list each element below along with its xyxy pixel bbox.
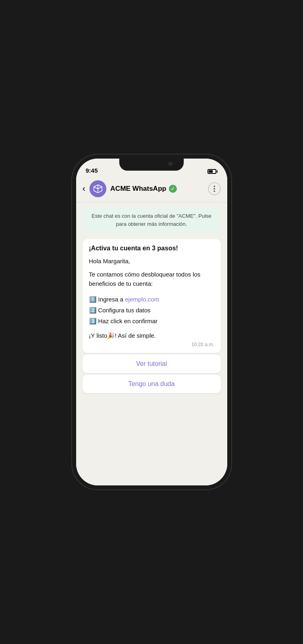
avatar xyxy=(89,180,106,197)
step-1: 1️⃣ Ingresa a ejemplo.com xyxy=(89,294,214,305)
message-bubble: ¡Activa tu cuenta en 3 pasos! Hola Marga… xyxy=(83,239,221,353)
official-notice-text: Este chat es con la cuenta oficial de "A… xyxy=(91,213,212,227)
step-3-number: 3️⃣ xyxy=(89,316,97,326)
menu-button[interactable] xyxy=(208,182,221,195)
step-2-number: 2️⃣ xyxy=(89,305,97,316)
message-greeting: Hola Margarita, xyxy=(89,258,214,264)
notch xyxy=(119,159,184,171)
step-3-text: Haz click en confirmar xyxy=(98,316,158,326)
battery-fill xyxy=(209,170,213,173)
back-button[interactable]: ‹ xyxy=(83,184,85,193)
message-time: 10:20 a.m. xyxy=(89,342,214,347)
battery-icon xyxy=(208,169,218,174)
step-2-text: Configura tus datos xyxy=(98,305,151,316)
verified-badge xyxy=(169,185,177,193)
battery-body xyxy=(208,169,216,174)
phone-content: ‹ ACME WhatsApp Este chat es xyxy=(76,176,227,485)
chat-wrapper: Este chat es con la cuenta oficial de "A… xyxy=(76,202,227,485)
phone-frame: 9:45 ‹ ACME WhatsApp xyxy=(76,159,227,485)
action-button-2[interactable]: Tengo una duda xyxy=(83,375,221,393)
step-3: 3️⃣ Haz click en confirmar xyxy=(89,316,214,326)
step-2: 2️⃣ Configura tus datos xyxy=(89,305,214,316)
action-button-1[interactable]: Ver tutorial xyxy=(83,355,221,373)
official-notice[interactable]: Este chat es con la cuenta oficial de "A… xyxy=(83,207,221,233)
message-ending: ¡Y listo🎉! Así de simple. xyxy=(89,332,214,339)
status-time: 9:45 xyxy=(86,167,98,174)
step-1-number: 1️⃣ xyxy=(89,294,97,305)
step-1-text: Ingresa a ejemplo.com xyxy=(98,294,160,305)
camera xyxy=(168,162,172,166)
message-title: ¡Activa tu cuenta en 3 pasos! xyxy=(89,245,214,252)
message-body: Te contamos cómo desbloquear todos los b… xyxy=(89,270,214,288)
action-button-1-label: Ver tutorial xyxy=(136,360,167,367)
message-steps: 1️⃣ Ingresa a ejemplo.com 2️⃣ Configura … xyxy=(89,294,214,326)
menu-dots-icon xyxy=(214,188,215,190)
cube-icon xyxy=(93,184,103,194)
battery-tip xyxy=(217,170,218,173)
wa-header: ‹ ACME WhatsApp xyxy=(76,176,227,202)
step-1-link[interactable]: ejemplo.com xyxy=(125,296,159,303)
status-icons xyxy=(208,169,218,174)
header-info: ACME WhatsApp xyxy=(110,185,204,193)
action-button-2-label: Tengo una duda xyxy=(129,380,175,387)
chat-scroll: Este chat es con la cuenta oficial de "A… xyxy=(76,202,227,485)
contact-name: ACME WhatsApp xyxy=(110,185,166,193)
